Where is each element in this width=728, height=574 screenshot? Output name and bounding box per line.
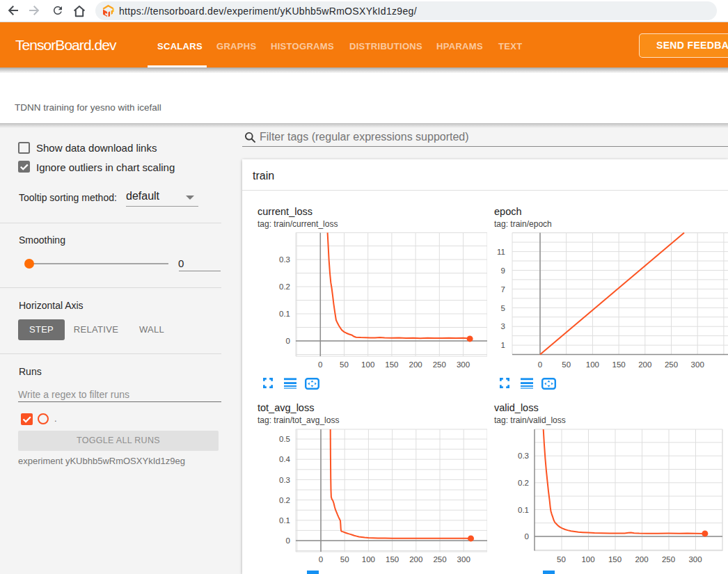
svg-text:200: 200 bbox=[409, 555, 422, 564]
svg-text:5: 5 bbox=[501, 304, 505, 312]
svg-text:150: 150 bbox=[608, 555, 622, 564]
svg-text:0.1: 0.1 bbox=[279, 516, 290, 525]
svg-text:300: 300 bbox=[691, 360, 704, 369]
svg-text:0.5: 0.5 bbox=[279, 435, 290, 443]
svg-text:150: 150 bbox=[386, 555, 399, 564]
svg-text:300: 300 bbox=[457, 555, 470, 564]
svg-text:100: 100 bbox=[586, 360, 599, 369]
svg-text:0.3: 0.3 bbox=[279, 476, 290, 484]
svg-text:3: 3 bbox=[501, 322, 505, 330]
svg-text:0.4: 0.4 bbox=[279, 455, 291, 463]
svg-text:150: 150 bbox=[385, 360, 398, 369]
svg-text:50: 50 bbox=[340, 360, 349, 369]
svg-text:0: 0 bbox=[286, 337, 290, 345]
svg-text:0.3: 0.3 bbox=[518, 452, 529, 460]
svg-text:50: 50 bbox=[340, 555, 349, 564]
svg-text:0: 0 bbox=[525, 532, 529, 541]
svg-text:0.2: 0.2 bbox=[518, 479, 529, 487]
svg-text:9: 9 bbox=[501, 266, 505, 275]
svg-text:200: 200 bbox=[635, 555, 648, 564]
svg-text:0.2: 0.2 bbox=[279, 496, 290, 504]
svg-text:200: 200 bbox=[409, 360, 422, 369]
svg-text:300: 300 bbox=[688, 555, 702, 564]
svg-text:50: 50 bbox=[557, 555, 566, 564]
svg-text:250: 250 bbox=[433, 360, 446, 369]
svg-text:50: 50 bbox=[562, 360, 571, 369]
svg-text:100: 100 bbox=[581, 555, 594, 564]
svg-text:0.3: 0.3 bbox=[279, 255, 290, 264]
svg-text:250: 250 bbox=[665, 360, 678, 369]
svg-text:1: 1 bbox=[501, 341, 505, 349]
svg-text:0: 0 bbox=[286, 536, 290, 545]
svg-text:150: 150 bbox=[612, 360, 626, 369]
svg-text:0: 0 bbox=[318, 360, 322, 369]
svg-text:250: 250 bbox=[662, 555, 675, 564]
svg-text:0.1: 0.1 bbox=[279, 310, 290, 318]
svg-text:7: 7 bbox=[501, 285, 505, 294]
svg-text:0: 0 bbox=[319, 555, 323, 564]
svg-text:200: 200 bbox=[638, 360, 651, 369]
svg-text:0.1: 0.1 bbox=[518, 506, 529, 514]
svg-text:100: 100 bbox=[361, 360, 374, 369]
svg-text:0: 0 bbox=[538, 360, 542, 369]
svg-text:100: 100 bbox=[362, 555, 375, 564]
svg-text:11: 11 bbox=[497, 248, 505, 256]
svg-text:250: 250 bbox=[433, 555, 446, 564]
svg-text:300: 300 bbox=[457, 360, 470, 369]
svg-text:0.2: 0.2 bbox=[279, 282, 290, 291]
